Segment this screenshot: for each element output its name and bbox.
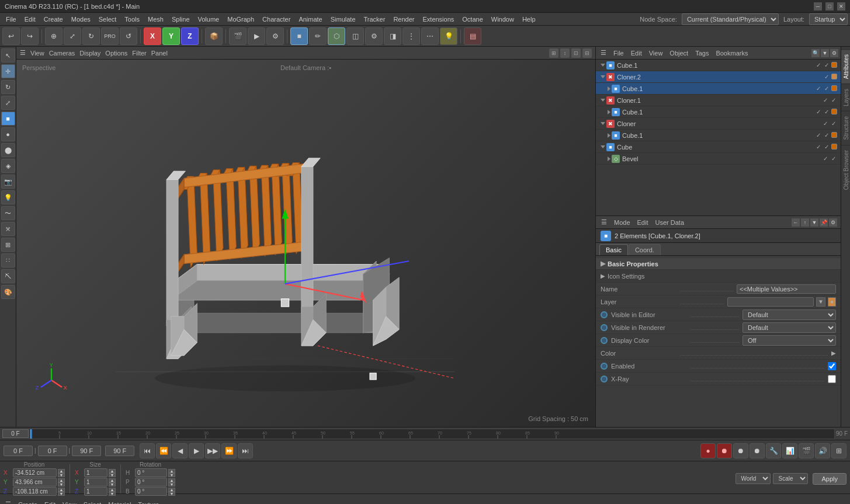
z-size-dn-btn[interactable]: ▼ — [109, 492, 116, 496]
menu-help[interactable]: Help — [519, 15, 539, 24]
ob-color-cube[interactable] — [831, 144, 837, 150]
vp-menu-display[interactable]: Display — [79, 50, 100, 57]
attr-back-btn[interactable]: ← — [792, 218, 800, 227]
menu-character[interactable]: Character — [259, 15, 294, 24]
vp-menu-filter[interactable]: Filter — [132, 50, 146, 57]
anim-btn-prev-frame[interactable]: ◀ — [172, 443, 188, 458]
ob-filter-icon[interactable]: ▼ — [821, 49, 829, 57]
menu-mesh[interactable]: Mesh — [144, 15, 167, 24]
ob-item-cube1-c1[interactable]: ■ Cube.1 ✓ ✓ — [596, 106, 841, 118]
h-rot-dn-btn[interactable]: ▼ — [168, 473, 175, 477]
object3-tool[interactable]: ◈ — [1, 159, 15, 173]
close-button[interactable]: ✕ — [837, 2, 845, 11]
menu-mograph[interactable]: MoGraph — [224, 15, 258, 24]
layout-select[interactable]: Startup — [809, 13, 848, 25]
mat-menu-icon[interactable]: ☰ — [4, 500, 13, 504]
menu-select[interactable]: Select — [95, 15, 120, 24]
y-pos-up-btn[interactable]: ▲ — [58, 478, 65, 482]
object-mode-button[interactable]: 📦 — [205, 27, 223, 45]
select-tool[interactable]: ↖ — [1, 48, 15, 62]
h-rot-up-btn[interactable]: ▲ — [168, 469, 175, 473]
ob-menu-icon[interactable]: ☰ — [598, 49, 609, 57]
menu-spline[interactable]: Spline — [168, 15, 193, 24]
anim-btn-prev-key[interactable]: ⏪ — [156, 443, 171, 458]
vp-corner-btn-1[interactable]: ⊞ — [549, 48, 558, 58]
anim-btn-timeline[interactable]: 📊 — [782, 443, 797, 458]
coord-system-select[interactable]: World Object — [735, 473, 771, 484]
camera-tool[interactable]: 📷 — [1, 175, 15, 189]
anim-btn-display[interactable]: ⊞ — [831, 443, 846, 458]
attr-pin-btn[interactable]: 📌 — [820, 218, 828, 227]
pro-tool-button[interactable]: PRO — [101, 27, 119, 45]
ob-item-cloner[interactable]: ✖ Cloner ✓ ✓ — [596, 118, 841, 130]
menu-octane[interactable]: Octane — [459, 15, 486, 24]
attr-input-name[interactable] — [737, 284, 836, 294]
menu-simulate[interactable]: Simulate — [327, 15, 359, 24]
anim-btn-record-all[interactable]: ⏺ — [733, 443, 748, 458]
x-size-input[interactable] — [84, 468, 107, 477]
undo-button[interactable]: ↩ — [2, 27, 20, 45]
anim-end-frame[interactable] — [72, 446, 101, 456]
move-tool[interactable]: ✛ — [1, 64, 15, 78]
anim-start-frame[interactable] — [4, 446, 33, 456]
vp-menu-panel[interactable]: Panel — [151, 50, 168, 57]
menu-create[interactable]: Create — [40, 15, 67, 24]
basic-properties-header[interactable]: ▶ Basic Properties — [596, 258, 841, 270]
attr-tab-coord[interactable]: Coord. — [629, 244, 661, 255]
mat-menu-select[interactable]: Select — [82, 501, 103, 505]
z-pos-dn-btn[interactable]: ▼ — [58, 492, 65, 496]
menu-animate[interactable]: Animate — [295, 15, 325, 24]
ob-item-cube[interactable]: ■ Cube ✓ ✓ — [596, 141, 841, 153]
minimize-button[interactable]: ─ — [814, 2, 822, 11]
anim-btn-next-frame[interactable]: ▶▶ — [205, 443, 220, 458]
menu-modes[interactable]: Modes — [68, 15, 94, 24]
symmetry-button[interactable]: ◨ — [384, 27, 401, 45]
ob-menu-edit[interactable]: Edit — [629, 50, 644, 57]
sculpt-tool[interactable]: ⛏ — [1, 269, 15, 283]
ob-menu-object[interactable]: Object — [667, 50, 691, 57]
y-size-input[interactable] — [84, 478, 107, 486]
b-rot-input[interactable] — [135, 487, 167, 496]
mat-menu-material[interactable]: Material — [106, 501, 133, 505]
timeline-ruler[interactable]: 5 10 15 20 25 30 35 40 45 50 5 — [30, 429, 835, 439]
viewport[interactable]: Perspective Default Camera :• Grid Spaci… — [16, 60, 595, 427]
apply-button[interactable]: Apply — [813, 473, 846, 485]
deformer-tool[interactable]: ⤧ — [1, 222, 15, 236]
ob-settings-icon[interactable]: ⚙ — [830, 49, 838, 57]
p-rot-input[interactable] — [135, 478, 167, 486]
anim-current-frame[interactable] — [38, 446, 67, 456]
maximize-button[interactable]: □ — [825, 2, 834, 11]
x-pos-up-btn[interactable]: ▲ — [58, 469, 65, 473]
side-tab-attributes[interactable]: Attributes — [841, 49, 850, 84]
vp-menu-icon[interactable]: ☰ — [20, 49, 26, 57]
particles-tool[interactable]: ∷ — [1, 253, 15, 267]
y-pos-input[interactable] — [13, 478, 57, 486]
attr-menu-icon[interactable]: ☰ — [599, 218, 609, 226]
ob-item-cube1-c[interactable]: ■ Cube.1 ✓ ✓ — [596, 130, 841, 141]
vp-corner-btn-4[interactable]: ⊟ — [582, 48, 592, 58]
x-pos-dn-btn[interactable]: ▼ — [58, 473, 65, 477]
icon-settings-row[interactable]: ▶ Icon Settings — [596, 270, 841, 283]
cube-tool[interactable]: ■ — [1, 112, 15, 126]
z-pos-input[interactable] — [13, 487, 57, 496]
move-tool-button[interactable]: ⊕ — [45, 27, 63, 45]
reset-tool-button[interactable]: ↺ — [120, 27, 137, 45]
render-settings-button[interactable]: ⚙ — [266, 27, 284, 45]
anim-btn-record-select[interactable]: ⏺ — [750, 443, 765, 458]
vp-corner-btn-3[interactable]: ⊡ — [571, 48, 581, 58]
anim-btn-record-active[interactable]: ⏺ — [717, 443, 732, 458]
mat-menu-view[interactable]: View — [61, 501, 78, 505]
viewport-shading-button[interactable]: ■ — [290, 27, 308, 45]
attr-layer-input[interactable] — [727, 297, 814, 307]
ob-color-cloner2[interactable] — [831, 74, 837, 79]
ob-search-icon[interactable]: 🔍 — [811, 49, 820, 57]
cylinder-tool[interactable]: ⬤ — [1, 143, 15, 157]
y-size-dn-btn[interactable]: ▼ — [109, 482, 116, 486]
menu-window[interactable]: Window — [488, 15, 518, 24]
anim-btn-autokey[interactable]: ● — [700, 443, 716, 458]
anim-btn-sound[interactable]: 🔊 — [815, 443, 830, 458]
edge-mode-button[interactable]: ◫ — [346, 27, 364, 45]
light-button[interactable]: 💡 — [440, 27, 457, 45]
anim-btn-next-key[interactable]: ⏩ — [221, 443, 237, 458]
side-tab-objectbrowser[interactable]: Object Browser — [841, 145, 850, 194]
